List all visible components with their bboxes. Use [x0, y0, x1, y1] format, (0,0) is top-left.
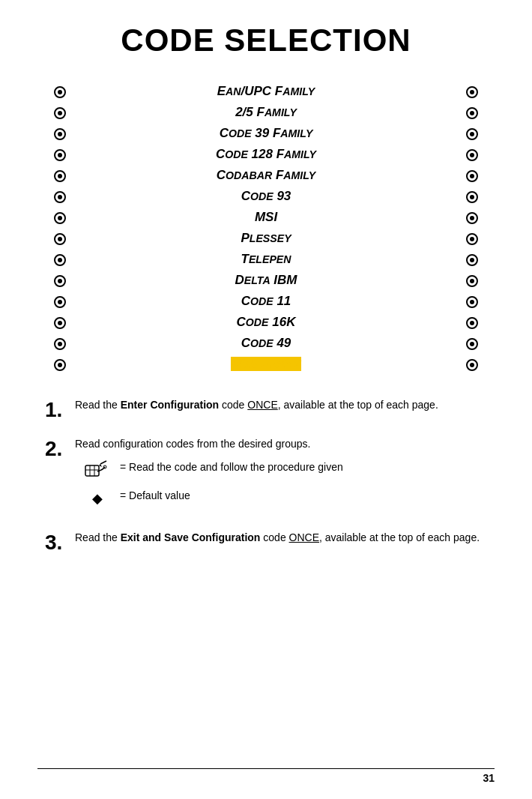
instruction-3: 3. Read the Exit and Save Configuration … [45, 530, 487, 555]
item-row: CODE 93 [37, 186, 495, 207]
radio-circle[interactable] [466, 107, 478, 119]
radio-circle[interactable] [54, 128, 66, 140]
radio-left [37, 165, 82, 186]
radio-circle[interactable] [54, 359, 66, 371]
instruction-text-1: Read the Enter Configuration code ONCE, … [75, 397, 487, 413]
item-label: EAN/UPC FAMILY [82, 81, 450, 102]
radio-right [450, 165, 495, 186]
radio-right [450, 312, 495, 333]
item-row: 2/5 FAMILY [37, 102, 495, 123]
radio-circle[interactable] [466, 275, 478, 287]
page: CODE SELECTION EAN/UPC FAMILY 2/5 FAMILY… [0, 0, 532, 799]
item-row: EAN/UPC FAMILY [37, 81, 495, 102]
radio-left [37, 354, 82, 375]
item-label: TELEPEN [82, 249, 450, 270]
radio-circle[interactable] [466, 233, 478, 245]
radio-circle[interactable] [466, 254, 478, 266]
item-row: MSI [37, 207, 495, 228]
items-table: EAN/UPC FAMILY 2/5 FAMILY CODE 39 FAMILY… [37, 81, 495, 375]
item-label: RSS FAMILY [82, 354, 450, 375]
item-label: CODE 11 [82, 291, 450, 312]
radio-right [450, 144, 495, 165]
radio-left [37, 81, 82, 102]
radio-left [37, 270, 82, 291]
radio-circle[interactable] [466, 296, 478, 308]
radio-circle[interactable] [466, 86, 478, 98]
item-label: CODABAR FAMILY [82, 165, 450, 186]
radio-circle[interactable] [466, 149, 478, 161]
radio-left [37, 144, 82, 165]
item-label: CODE 128 FAMILY [82, 144, 450, 165]
radio-circle[interactable] [54, 254, 66, 266]
radio-circle[interactable] [466, 128, 478, 140]
svg-line-4 [100, 461, 106, 464]
radio-right [450, 186, 495, 207]
instruction-text-2: Read configuration codes from the desire… [75, 436, 487, 516]
radio-circle[interactable] [466, 359, 478, 371]
radio-left [37, 123, 82, 144]
item-row: CODE 16K [37, 312, 495, 333]
radio-left [37, 228, 82, 249]
item-label: CODE 39 FAMILY [82, 123, 450, 144]
item-row: CODE 49 [37, 333, 495, 354]
instruction-number-2: 2. [45, 436, 67, 462]
radio-right [450, 270, 495, 291]
instruction-number-3: 3. [45, 530, 67, 555]
radio-circle[interactable] [466, 191, 478, 203]
item-row: CODE 39 FAMILY [37, 123, 495, 144]
radio-circle[interactable] [54, 107, 66, 119]
radio-circle[interactable] [54, 86, 66, 98]
item-row: RSS FAMILY [37, 354, 495, 375]
item-label: 2/5 FAMILY [82, 102, 450, 123]
radio-circle[interactable] [54, 296, 66, 308]
svg-rect-0 [85, 465, 99, 476]
radio-circle[interactable] [54, 149, 66, 161]
radio-circle[interactable] [54, 317, 66, 329]
radio-circle[interactable] [466, 338, 478, 350]
radio-right [450, 249, 495, 270]
radio-circle[interactable] [54, 233, 66, 245]
radio-right [450, 123, 495, 144]
radio-right [450, 228, 495, 249]
item-row: TELEPEN [37, 249, 495, 270]
radio-circle[interactable] [54, 338, 66, 350]
radio-right [450, 291, 495, 312]
radio-circle[interactable] [466, 317, 478, 329]
radio-circle[interactable] [54, 170, 66, 182]
radio-circle[interactable] [466, 212, 478, 224]
sub-instructions: = Read the code and follow the procedure… [82, 459, 487, 509]
instruction-number-1: 1. [45, 397, 67, 423]
radio-right [450, 207, 495, 228]
item-row: DELTA IBM [37, 270, 495, 291]
page-footer: 31 [37, 772, 495, 784]
hand-icon [82, 459, 112, 480]
instruction-2: 2. Read configuration codes from the des… [45, 436, 487, 516]
sub-item-hand: = Read the code and follow the procedure… [82, 459, 487, 480]
radio-left [37, 333, 82, 354]
radio-circle[interactable] [466, 170, 478, 182]
radio-left [37, 102, 82, 123]
radio-right [450, 81, 495, 102]
radio-circle[interactable] [54, 212, 66, 224]
radio-right [450, 354, 495, 375]
item-label: CODE 93 [82, 186, 450, 207]
radio-circle[interactable] [54, 275, 66, 287]
diamond-icon: ◆ [82, 488, 112, 509]
radio-left [37, 312, 82, 333]
footer-line [37, 768, 495, 769]
radio-left [37, 291, 82, 312]
diamond-sub-text: = Default value [120, 488, 190, 504]
item-label: MSI [82, 207, 450, 228]
hand-sub-text: = Read the code and follow the procedure… [120, 459, 343, 475]
page-title: CODE SELECTION [37, 22, 495, 58]
radio-circle[interactable] [54, 191, 66, 203]
instruction-text-3: Read the Exit and Save Configuration cod… [75, 530, 487, 546]
item-row: PLESSEY [37, 228, 495, 249]
item-label: CODE 49 [82, 333, 450, 354]
radio-left [37, 249, 82, 270]
item-row: CODE 128 FAMILY [37, 144, 495, 165]
item-label: PLESSEY [82, 228, 450, 249]
instruction-1: 1. Read the Enter Configuration code ONC… [45, 397, 487, 423]
radio-right [450, 102, 495, 123]
item-label: CODE 16K [82, 312, 450, 333]
